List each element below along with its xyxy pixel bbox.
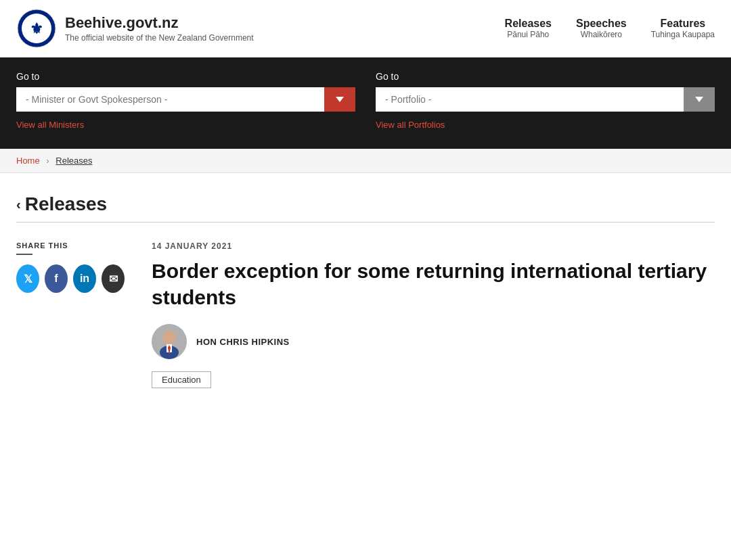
article-area: SHARE THIS 𝕏 f in ✉ 14 JANUARY 2021 Bo xyxy=(16,241,715,388)
site-subtitle: The official website of the New Zealand … xyxy=(65,33,254,43)
goto-label-minister: Go to xyxy=(16,71,355,82)
portfolio-dropdown-button[interactable] xyxy=(684,87,715,112)
share-sidebar: SHARE THIS 𝕏 f in ✉ xyxy=(16,241,125,293)
breadcrumb-separator: › xyxy=(46,156,49,166)
article-date: 14 JANUARY 2021 xyxy=(152,241,715,251)
author-row: HON CHRIS HIPKINS xyxy=(152,324,715,359)
share-title: SHARE THIS xyxy=(16,241,125,250)
view-all-portfolios-link[interactable]: View all Portfolios xyxy=(376,120,715,130)
navigation-panel: Go to View all Ministers Go to View all … xyxy=(0,57,731,149)
author-avatar xyxy=(152,324,187,359)
email-share-button[interactable]: ✉ xyxy=(102,264,125,293)
minister-selector-block: Go to View all Ministers xyxy=(16,71,355,130)
education-tag-button[interactable]: Education xyxy=(152,371,211,388)
site-title: Beehive.govt.nz xyxy=(65,14,254,32)
view-all-ministers-link[interactable]: View all Ministers xyxy=(16,120,355,130)
releases-heading: Releases xyxy=(25,193,107,215)
site-header: ⚜ Beehive.govt.nz The official website o… xyxy=(0,0,731,57)
avatar-image xyxy=(152,324,187,359)
portfolio-input[interactable] xyxy=(376,87,684,112)
linkedin-share-button[interactable]: in xyxy=(73,264,96,293)
breadcrumb-home[interactable]: Home xyxy=(16,156,40,166)
portfolio-selector-block: Go to View all Portfolios xyxy=(376,71,715,130)
nav-releases[interactable]: Releases Pānui Pāho xyxy=(505,18,552,39)
nz-crest-icon: ⚜ xyxy=(16,8,57,49)
breadcrumb: Home › Releases xyxy=(0,149,731,173)
linkedin-icon: in xyxy=(80,273,89,285)
chevron-down-icon xyxy=(695,97,703,102)
chevron-down-icon xyxy=(336,97,344,102)
article-title: Border exception for some returning inte… xyxy=(152,258,715,310)
social-icons: 𝕏 f in ✉ xyxy=(16,264,125,293)
article-body: 14 JANUARY 2021 Border exception for som… xyxy=(152,241,715,388)
facebook-icon: f xyxy=(54,273,58,285)
facebook-share-button[interactable]: f xyxy=(45,264,68,293)
svg-point-4 xyxy=(162,331,176,344)
goto-label-portfolio: Go to xyxy=(376,71,715,82)
logo-area: ⚜ Beehive.govt.nz The official website o… xyxy=(16,8,254,49)
releases-heading-row: ‹ Releases xyxy=(16,193,715,215)
twitter-icon: 𝕏 xyxy=(24,273,32,285)
share-divider xyxy=(16,254,32,255)
author-name: HON CHRIS HIPKINS xyxy=(196,337,290,347)
main-content: ‹ Releases SHARE THIS 𝕏 f in ✉ xyxy=(0,173,731,415)
minister-dropdown-button[interactable] xyxy=(324,87,355,112)
twitter-share-button[interactable]: 𝕏 xyxy=(16,264,39,293)
minister-input[interactable] xyxy=(16,87,324,112)
nav-speeches[interactable]: Speeches Whaikōrero xyxy=(576,18,627,39)
email-icon: ✉ xyxy=(109,273,118,285)
minister-select-row xyxy=(16,87,355,112)
site-branding: Beehive.govt.nz The official website of … xyxy=(65,14,254,43)
nav-features[interactable]: Features Tuhinga Kaupapa xyxy=(651,18,715,39)
svg-text:⚜: ⚜ xyxy=(30,20,43,37)
portfolio-select-row xyxy=(376,87,715,112)
back-arrow-icon[interactable]: ‹ xyxy=(16,197,21,212)
section-divider xyxy=(16,222,715,223)
main-nav: Releases Pānui Pāho Speeches Whaikōrero … xyxy=(505,18,715,39)
breadcrumb-current: Releases xyxy=(56,156,92,166)
